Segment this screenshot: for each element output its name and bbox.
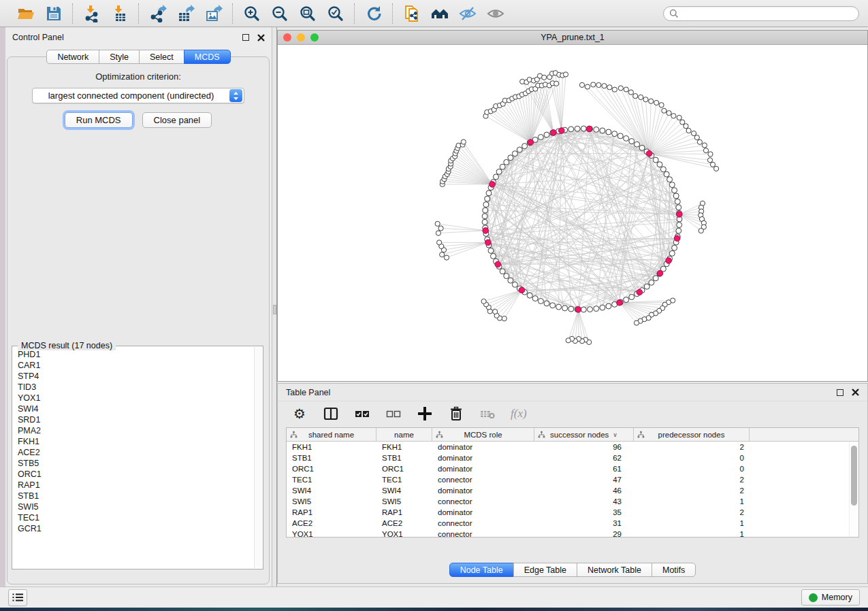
tab-edge-table[interactable]: Edge Table	[513, 563, 577, 577]
task-history-button[interactable]	[8, 589, 27, 606]
cell[interactable]: dominator	[432, 485, 534, 496]
cell[interactable]: RAP1	[376, 507, 432, 518]
network-window-titlebar[interactable]: YPA_prune.txt_1	[278, 31, 867, 45]
mcds-result-item[interactable]: ACE2	[15, 447, 253, 458]
cell[interactable]: SWI5	[376, 496, 432, 507]
mcds-result-item[interactable]: FKH1	[15, 436, 253, 447]
mcds-result-item[interactable]: STP4	[15, 371, 253, 382]
cell[interactable]: 1	[634, 518, 750, 529]
cell[interactable]: 31	[534, 518, 634, 529]
cell[interactable]: connector	[432, 496, 534, 507]
run-mcds-button[interactable]: Run MCDS	[65, 112, 133, 128]
table-row[interactable]: YOX1YOX1connector291	[287, 529, 858, 538]
cell[interactable]: 61	[534, 463, 634, 474]
cell[interactable]: 62	[534, 452, 634, 463]
table-options-icon[interactable]: ⚙	[291, 406, 308, 422]
criterion-select[interactable]: largest connected component (undirected)	[32, 88, 244, 103]
mcds-result-item[interactable]: ORC1	[15, 469, 253, 480]
delete-row-icon[interactable]	[448, 406, 464, 422]
cell[interactable]: 2	[634, 474, 750, 485]
cell[interactable]: YOX1	[376, 529, 432, 538]
cell[interactable]: 35	[534, 507, 634, 518]
export-network-icon[interactable]	[148, 4, 167, 22]
cell[interactable]: YOX1	[287, 529, 376, 538]
cell[interactable]: connector	[432, 529, 534, 538]
panel-splitter[interactable]	[272, 27, 277, 587]
table-row[interactable]: ORC1ORC1dominator610	[287, 463, 858, 474]
mcds-result-item[interactable]: STB1	[15, 491, 253, 501]
cell[interactable]: TEC1	[376, 474, 432, 485]
cell[interactable]: STB1	[376, 452, 432, 463]
cell[interactable]: 46	[534, 485, 634, 496]
hide-graphics-details-icon[interactable]	[458, 4, 477, 22]
table-row[interactable]: FKH1FKH1dominator962	[287, 442, 858, 452]
cell[interactable]: 0	[634, 463, 750, 474]
table-row[interactable]: TEC1TEC1connector472	[287, 474, 858, 485]
search-input[interactable]	[679, 9, 853, 18]
cell[interactable]: 29	[534, 529, 634, 538]
tab-mcds[interactable]: MCDS	[184, 50, 231, 64]
cell[interactable]: STB1	[287, 452, 376, 463]
mcds-result-item[interactable]: YOX1	[15, 393, 253, 403]
cell[interactable]: SWI4	[287, 485, 376, 496]
select-all-icon[interactable]	[354, 406, 370, 422]
column-header-name[interactable]: name	[376, 428, 432, 441]
export-table-icon[interactable]	[176, 4, 195, 22]
column-header-successor-nodes[interactable]: successor nodes∨	[534, 428, 634, 441]
tab-network-table[interactable]: Network Table	[577, 563, 652, 577]
table-row[interactable]: RAP1RAP1dominator352	[287, 507, 858, 518]
table-row[interactable]: STB1STB1dominator620	[287, 452, 858, 463]
cell[interactable]: SWI5	[287, 496, 376, 507]
mcds-result-item[interactable]: TID3	[15, 382, 253, 393]
splitter-grip[interactable]	[273, 305, 276, 314]
mcds-result-item[interactable]: SWI5	[15, 501, 253, 512]
export-image-icon[interactable]	[204, 4, 223, 22]
memory-button[interactable]: Memory	[801, 589, 860, 606]
cell[interactable]: 1	[634, 496, 750, 507]
cell[interactable]: connector	[432, 474, 534, 485]
save-session-icon[interactable]	[44, 4, 63, 22]
deselect-all-icon[interactable]	[385, 406, 402, 422]
tab-select[interactable]: Select	[139, 50, 184, 64]
tab-node-table[interactable]: Node Table	[449, 563, 514, 577]
open-session-icon[interactable]	[16, 4, 35, 22]
mcds-result-item[interactable]: SRD1	[15, 414, 253, 425]
mcds-result-item[interactable]: GCR1	[15, 523, 253, 534]
cell[interactable]: ACE2	[287, 518, 376, 529]
network-overview-icon[interactable]	[430, 4, 449, 22]
float-table-panel-icon[interactable]	[837, 389, 843, 396]
mcds-result-item[interactable]: STB5	[15, 458, 253, 469]
close-table-panel-icon[interactable]	[852, 389, 859, 396]
column-header-predecessor-nodes[interactable]: predecessor nodes	[634, 428, 750, 441]
cell[interactable]: 2	[634, 507, 750, 518]
tab-motifs[interactable]: Motifs	[652, 563, 696, 577]
zoom-fit-icon[interactable]	[298, 4, 317, 22]
cell[interactable]: TEC1	[287, 474, 376, 485]
cell[interactable]: 2	[634, 442, 750, 452]
cell[interactable]: connector	[432, 518, 534, 529]
mcds-result-item[interactable]: TEC1	[15, 512, 253, 523]
import-network-icon[interactable]	[82, 4, 101, 22]
cell[interactable]: ORC1	[287, 463, 376, 474]
show-column-icon[interactable]	[323, 406, 339, 422]
cell[interactable]: SWI4	[376, 485, 432, 496]
close-panel-button[interactable]: Close panel	[142, 112, 212, 128]
search-box[interactable]	[663, 6, 859, 21]
table-row[interactable]: SWI4SWI4dominator462	[287, 485, 858, 496]
add-row-icon[interactable]	[417, 406, 433, 422]
cell[interactable]: ACE2	[376, 518, 432, 529]
cell[interactable]: dominator	[432, 442, 534, 452]
column-header-MCDS-role[interactable]: MCDS role	[432, 428, 534, 441]
cell[interactable]: 0	[634, 452, 750, 463]
float-panel-icon[interactable]	[242, 34, 249, 41]
tab-network[interactable]: Network	[46, 50, 99, 64]
cell[interactable]: 96	[534, 442, 634, 452]
table-scrollbar-thumb[interactable]	[851, 446, 857, 506]
table-scrollbar[interactable]	[849, 442, 858, 537]
table-row[interactable]: SWI5SWI5connector431	[287, 496, 858, 507]
network-graph[interactable]	[278, 45, 867, 381]
cell[interactable]: dominator	[432, 507, 534, 518]
cell[interactable]: 47	[534, 474, 634, 485]
cell[interactable]: RAP1	[287, 507, 376, 518]
cell[interactable]: 2	[634, 485, 750, 496]
